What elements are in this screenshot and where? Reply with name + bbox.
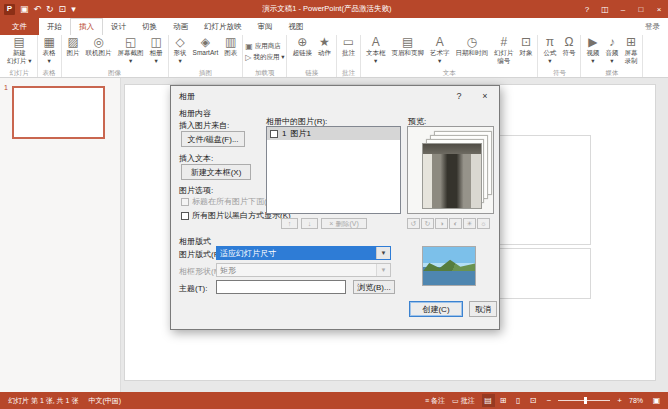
action-button[interactable]: ★动作 (315, 35, 334, 58)
dialog-help-button[interactable]: ? (447, 86, 471, 105)
zoom-out-button[interactable]: − (547, 396, 552, 405)
save-icon[interactable]: ▣ (20, 4, 29, 14)
powerpoint-icon[interactable]: P (4, 4, 15, 15)
video-button[interactable]: ▶视频▾ (583, 35, 602, 65)
screenshot-button[interactable]: ◱屏幕截图▾ (115, 35, 147, 65)
ribbon-display-options-button[interactable]: ◫ (596, 0, 614, 18)
move-up-button[interactable]: ↑ (281, 218, 298, 229)
comments-button[interactable]: ▭ 批注 (452, 396, 475, 406)
chart-button[interactable]: ▥图表 (221, 35, 240, 58)
close-button[interactable]: × (650, 0, 668, 18)
smartart-button[interactable]: ◈SmartArt (190, 35, 222, 58)
header-footer-button[interactable]: ▤页眉和页脚 (388, 35, 427, 58)
browse-button[interactable]: 浏览(B)... (353, 280, 395, 294)
zoom-level[interactable]: 78% (629, 397, 643, 404)
start-slideshow-icon[interactable]: ⊡ (59, 4, 67, 14)
photo-album-button[interactable]: ◫相册▾ (147, 35, 166, 65)
chart-icon: ▥ (225, 36, 236, 49)
action-icon: ★ (319, 36, 330, 49)
reading-view-button[interactable]: ▯ (512, 394, 525, 407)
online-pictures-button[interactable]: ◎联机图片 (83, 35, 115, 58)
pictures-listbox[interactable]: 1图片1 (266, 126, 401, 214)
ribbon-group-label: 链接 (289, 68, 334, 77)
my-apps-icon: ▷ (245, 53, 251, 62)
tab-design[interactable]: 设计 (103, 18, 134, 35)
new-slide-button[interactable]: ▤新建幻灯片 ▾ (4, 35, 35, 65)
fit-slide-button[interactable]: ▣ (650, 394, 663, 407)
move-down-button[interactable]: ↓ (301, 218, 318, 229)
theme-input[interactable] (216, 280, 346, 294)
ribbon-group-add-ins: ▣应用商店▷我的应用 ▾加载项 (243, 35, 287, 77)
create-button[interactable]: 创建(C) (409, 301, 463, 317)
slide-number-button[interactable]: #幻灯片编号 (491, 35, 517, 65)
brightness-up-button[interactable]: ☀ (463, 218, 476, 229)
language-indicator[interactable]: 中文(中国) (88, 396, 121, 406)
maximize-button[interactable]: □ (632, 0, 650, 18)
ribbon-group-label: 插图 (171, 68, 241, 77)
dialog-title-bar: 相册 ? × (171, 86, 499, 106)
slide-info: 幻灯片 第 1 张, 共 1 张 (8, 396, 78, 406)
ribbon-group-symbols: π公式▾Ω符号符号 (538, 35, 581, 77)
picture-name: 图片1 (290, 128, 310, 139)
tab-home[interactable]: 开始 (39, 18, 70, 35)
tab-review[interactable]: 审阅 (250, 18, 281, 35)
table-icon: ▦ (43, 36, 54, 49)
redo-icon[interactable]: ↻ (46, 4, 54, 14)
sign-in-link[interactable]: 登录 (637, 18, 668, 35)
shapes-button[interactable]: ◇形状▾ (171, 35, 190, 65)
minimize-button[interactable]: – (614, 0, 632, 18)
undo-icon[interactable]: ↶ (34, 4, 42, 14)
normal-view-button[interactable]: ▤ (482, 394, 495, 407)
tab-animations[interactable]: 动画 (165, 18, 196, 35)
tab-slide-show[interactable]: 幻灯片放映 (196, 18, 250, 35)
captions-checkbox (181, 198, 189, 206)
text-box-button[interactable]: A文本框▾ (363, 35, 389, 65)
slide-thumbnail[interactable] (12, 86, 105, 139)
wordart-button[interactable]: A艺术字▾ (427, 35, 453, 65)
bw-checkbox[interactable] (181, 212, 189, 220)
dialog-title: 相册 (179, 91, 195, 102)
object-button[interactable]: ⊡对象 (516, 35, 535, 58)
contrast-up-button[interactable]: ◑ (435, 218, 448, 229)
audio-icon: ♪ (609, 36, 615, 49)
captions-checkbox-row: 标题在所有图片下面(A) (181, 196, 275, 207)
slide-sorter-button[interactable]: ⊞ (497, 394, 510, 407)
dialog-close-button[interactable]: × (473, 86, 497, 105)
chevron-down-icon: ▼ (376, 247, 390, 259)
zoom-slider-thumb[interactable] (584, 397, 587, 404)
comment-button[interactable]: ▭批注 (339, 35, 358, 58)
picture-layout-combobox[interactable]: 适应幻灯片尺寸 ▼ (216, 246, 391, 260)
zoom-slider[interactable] (558, 400, 610, 401)
store-button[interactable]: ▣应用商店 (245, 42, 281, 51)
help-button[interactable]: ? (578, 0, 596, 18)
my-apps-button[interactable]: ▷我的应用 ▾ (245, 53, 284, 62)
screen-recording-button[interactable]: ⊞屏幕录制 (621, 35, 640, 65)
cancel-button[interactable]: 取消 (469, 301, 497, 317)
equation-button[interactable]: π公式▾ (540, 35, 559, 65)
picture-list-item[interactable]: 1图片1 (267, 127, 400, 140)
file-disk-button[interactable]: 文件/磁盘(F)... (181, 131, 245, 147)
rotate-left-button[interactable]: ↺ (407, 218, 420, 229)
audio-button[interactable]: ♪音频▾ (602, 35, 621, 65)
slide-show-button[interactable]: ⊡ (527, 394, 540, 407)
tab-insert[interactable]: 插入 (70, 18, 103, 35)
delete-icon: × (329, 220, 333, 227)
hyperlink-button[interactable]: ⊕超链接 (289, 35, 315, 58)
picture-checkbox[interactable] (270, 130, 278, 138)
remove-picture-button[interactable]: × 删除(V) (321, 218, 367, 229)
tab-view[interactable]: 视图 (281, 18, 312, 35)
symbol-button[interactable]: Ω符号 (559, 35, 578, 58)
zoom-in-button[interactable]: + (617, 396, 622, 405)
pictures-button[interactable]: ▨图片 (64, 35, 83, 58)
tab-transitions[interactable]: 切换 (134, 18, 165, 35)
table-button[interactable]: ▦表格▾ (40, 35, 59, 65)
smartart-icon: ◈ (201, 36, 210, 49)
contrast-down-button[interactable]: ◐ (449, 218, 462, 229)
tab-file[interactable]: 文件 (0, 18, 39, 35)
date-time-button[interactable]: ◷日期和时间 (452, 35, 491, 58)
ribbon-group-label: 文本 (363, 68, 536, 77)
rotate-right-button[interactable]: ↻ (421, 218, 434, 229)
new-textbox-button[interactable]: 新建文本框(X) (181, 164, 251, 180)
notes-button[interactable]: ≡ 备注 (425, 396, 445, 406)
brightness-down-button[interactable]: ☼ (477, 218, 490, 229)
